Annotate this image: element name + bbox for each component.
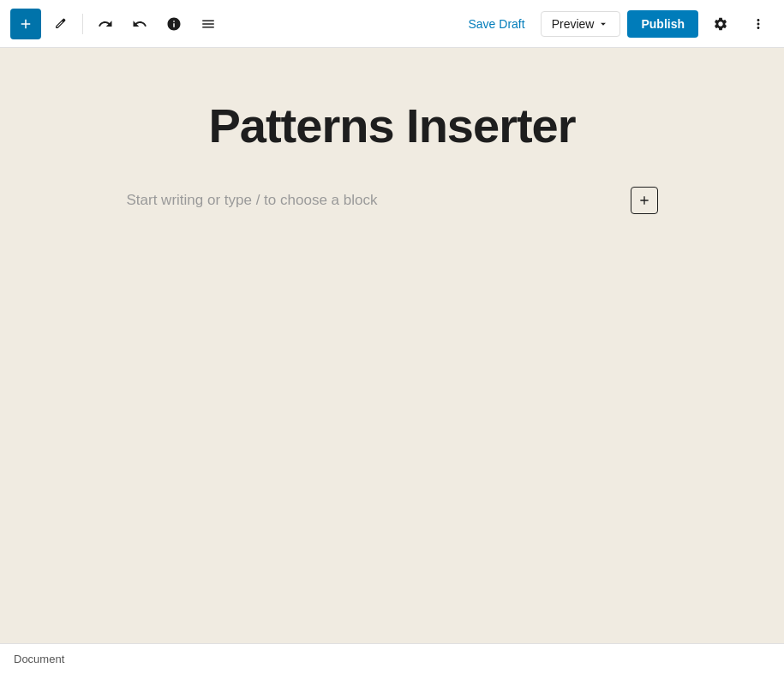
post-title[interactable]: Patterns Inserter (127, 99, 658, 152)
pen-tool-button[interactable] (45, 9, 75, 39)
toolbar: Save Draft Preview Publish (0, 0, 784, 48)
add-block-inline-button[interactable] (631, 187, 658, 214)
toolbar-divider-1 (82, 14, 83, 34)
bottom-bar: Document (0, 643, 784, 674)
add-block-button[interactable] (10, 9, 41, 39)
block-placeholder-row: Start writing or type / to choose a bloc… (127, 187, 658, 214)
info-button[interactable] (159, 9, 189, 39)
redo-button[interactable] (124, 9, 155, 39)
preview-label: Preview (552, 17, 595, 31)
preview-button[interactable]: Preview (541, 11, 621, 37)
list-view-button[interactable] (193, 9, 224, 39)
block-placeholder-text[interactable]: Start writing or type / to choose a bloc… (127, 192, 620, 209)
toolbar-left (10, 9, 460, 39)
settings-button[interactable] (705, 9, 736, 39)
document-label: Document (14, 653, 64, 665)
toolbar-right: Save Draft Preview Publish (460, 9, 775, 39)
publish-button[interactable]: Publish (627, 10, 698, 38)
plus-icon (637, 194, 651, 207)
save-draft-button[interactable]: Save Draft (460, 12, 534, 36)
chevron-down-icon (597, 18, 609, 30)
undo-button[interactable] (90, 9, 121, 39)
editor-area: Patterns Inserter Start writing or type … (0, 48, 784, 643)
more-options-button[interactable] (743, 9, 774, 39)
editor-content: Patterns Inserter Start writing or type … (127, 99, 658, 214)
